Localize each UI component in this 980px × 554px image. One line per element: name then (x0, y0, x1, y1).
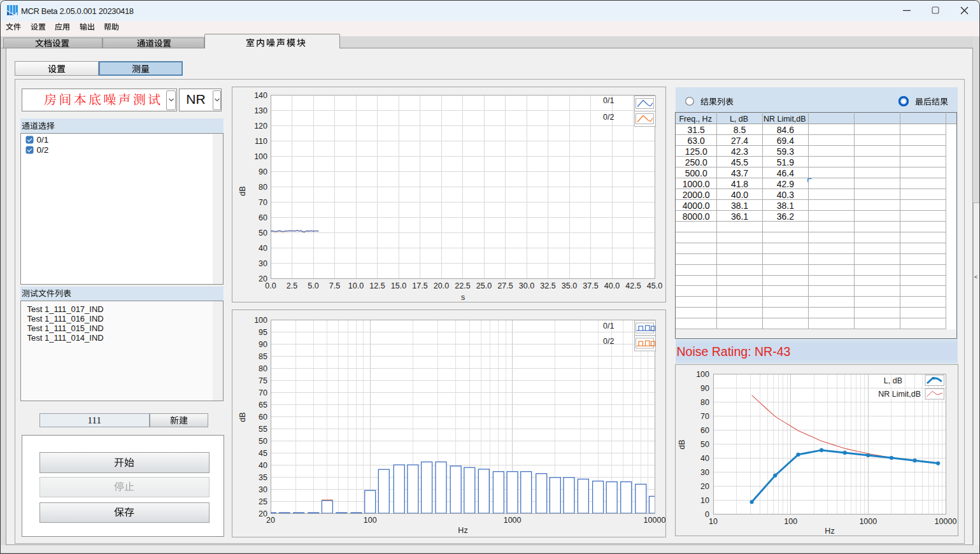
svg-text:35: 35 (259, 473, 267, 482)
svg-text:70: 70 (259, 198, 267, 207)
svg-text:10.0: 10.0 (348, 281, 364, 290)
svg-text:40: 40 (259, 461, 267, 470)
svg-text:0/2: 0/2 (603, 337, 614, 346)
svg-text:85: 85 (259, 352, 267, 361)
svg-text:120: 120 (254, 122, 267, 131)
svg-text:Hz: Hz (458, 526, 467, 535)
svg-text:60: 60 (700, 426, 709, 435)
svg-text:65: 65 (259, 401, 267, 409)
svg-text:70: 70 (259, 388, 267, 397)
svg-text:42.5: 42.5 (625, 281, 641, 290)
svg-text:15.0: 15.0 (391, 281, 406, 290)
svg-text:100: 100 (364, 516, 377, 525)
svg-text:32.5: 32.5 (540, 281, 555, 290)
svg-text:60: 60 (259, 213, 267, 222)
svg-text:80: 80 (259, 364, 267, 373)
svg-text:22.5: 22.5 (455, 281, 470, 290)
svg-text:dB: dB (238, 186, 247, 195)
svg-text:25.0: 25.0 (476, 281, 492, 290)
svg-text:75: 75 (259, 376, 267, 385)
svg-text:50: 50 (259, 229, 267, 238)
svg-text:0.0: 0.0 (265, 281, 276, 290)
svg-text:12.5: 12.5 (369, 281, 385, 290)
svg-text:90: 90 (259, 167, 267, 176)
svg-text:90: 90 (259, 340, 267, 349)
svg-text:10: 10 (700, 496, 709, 505)
svg-text:100: 100 (784, 517, 797, 526)
svg-text:NR Limit,dB: NR Limit,dB (878, 390, 921, 399)
svg-text:7.5: 7.5 (329, 281, 340, 290)
svg-text:Hz: Hz (825, 527, 834, 536)
svg-text:45.0: 45.0 (647, 281, 662, 290)
svg-text:30: 30 (700, 468, 709, 477)
svg-text:27.5: 27.5 (497, 281, 513, 290)
svg-text:20.0: 20.0 (434, 281, 449, 290)
svg-text:1000: 1000 (859, 517, 877, 526)
svg-text:95: 95 (259, 328, 267, 337)
svg-text:30.0: 30.0 (519, 281, 534, 290)
svg-text:25: 25 (259, 497, 267, 506)
svg-text:45: 45 (259, 449, 267, 458)
svg-text:17.5: 17.5 (412, 281, 427, 290)
svg-text:0/1: 0/1 (603, 322, 614, 330)
svg-text:40.0: 40.0 (604, 281, 620, 290)
svg-text:50: 50 (700, 440, 709, 449)
svg-text:L, dB: L, dB (884, 376, 902, 385)
svg-text:20: 20 (700, 482, 709, 491)
svg-text:70: 70 (700, 412, 709, 421)
svg-text:100: 100 (254, 316, 267, 325)
svg-text:110: 110 (255, 137, 267, 146)
svg-text:100: 100 (696, 370, 709, 379)
svg-text:100: 100 (254, 152, 267, 161)
svg-text:35.0: 35.0 (562, 281, 577, 290)
svg-text:1000: 1000 (504, 516, 522, 525)
svg-text:30: 30 (259, 259, 267, 268)
svg-text:dB: dB (678, 439, 686, 449)
svg-text:0/1: 0/1 (603, 96, 614, 105)
svg-text:80: 80 (700, 398, 709, 407)
svg-text:60: 60 (259, 413, 267, 422)
svg-text:2.5: 2.5 (287, 281, 297, 290)
svg-text:90: 90 (700, 384, 709, 393)
svg-text:s: s (461, 293, 465, 302)
svg-text:5.0: 5.0 (308, 281, 318, 290)
svg-text:40: 40 (259, 244, 267, 253)
svg-text:130: 130 (254, 106, 267, 115)
svg-text:50: 50 (259, 437, 267, 446)
svg-text:dB: dB (238, 412, 247, 422)
svg-text:140: 140 (254, 91, 267, 100)
svg-text:10000: 10000 (935, 517, 957, 526)
svg-text:20: 20 (266, 516, 275, 525)
svg-text:10: 10 (709, 517, 718, 526)
svg-text:30: 30 (259, 485, 267, 494)
svg-text:10000: 10000 (644, 516, 666, 525)
svg-text:55: 55 (259, 425, 267, 434)
svg-text:40: 40 (700, 454, 709, 463)
svg-text:80: 80 (259, 183, 267, 192)
svg-text:0/2: 0/2 (603, 113, 614, 122)
svg-text:37.5: 37.5 (583, 281, 598, 290)
